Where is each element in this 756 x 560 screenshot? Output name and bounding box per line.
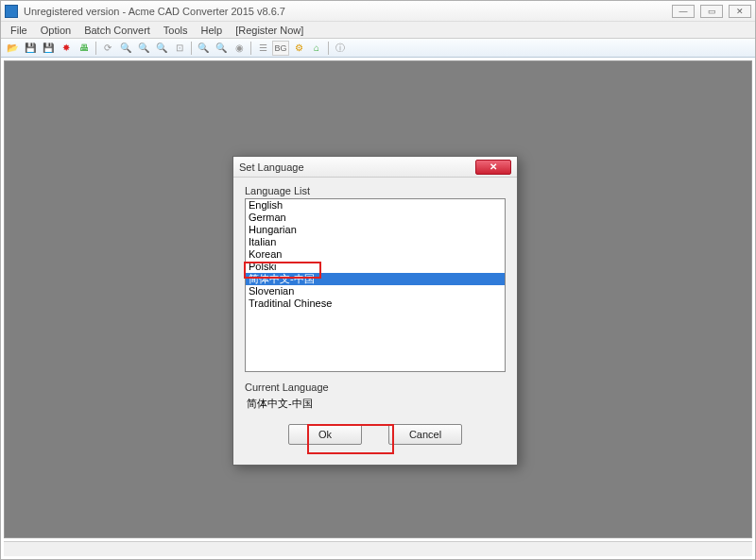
menu-register[interactable]: [Register Now]: [230, 24, 309, 37]
dialog-title: Set Language: [239, 161, 475, 173]
language-list-label: Language List: [245, 185, 506, 196]
zoom-fit-icon[interactable]: 🔍: [153, 41, 170, 56]
home-icon[interactable]: ⌂: [308, 41, 325, 56]
menu-option[interactable]: Option: [35, 24, 77, 37]
menu-tools[interactable]: Tools: [158, 24, 194, 37]
current-language-value: 简体中文-中国: [245, 397, 506, 411]
language-option[interactable]: English: [246, 199, 505, 212]
menu-file[interactable]: File: [5, 24, 33, 37]
menubar: File Option Batch Convert Tools Help [Re…: [1, 22, 755, 39]
zoom-window-icon[interactable]: ⊡: [171, 41, 188, 56]
language-option[interactable]: German: [246, 212, 505, 224]
refresh-icon[interactable]: ⟳: [99, 41, 116, 56]
language-option[interactable]: Slovenian: [246, 285, 505, 297]
separator: [328, 42, 329, 55]
current-language-label: Current Language: [245, 382, 506, 393]
close-button[interactable]: ✕: [729, 5, 751, 18]
menu-help[interactable]: Help: [196, 24, 229, 37]
language-option[interactable]: Traditinal Chinese: [246, 297, 505, 310]
toolbar: 📂 💾 💾 ✸ 🖶 ⟳ 🔍 🔍 🔍 ⊡ 🔍 🔍 ◉ ☰ BG ⚙ ⌂ ⓘ: [1, 39, 755, 58]
language-option[interactable]: Korean: [246, 248, 505, 261]
save-icon[interactable]: 💾: [22, 41, 39, 56]
view-icon[interactable]: ◉: [231, 41, 248, 56]
zoom-out-icon[interactable]: 🔍: [135, 41, 152, 56]
language-listbox[interactable]: EnglishGermanHungarianItalianKoreanPolsk…: [245, 198, 506, 372]
language-option[interactable]: Italian: [246, 236, 505, 248]
settings-icon[interactable]: ⚙: [290, 41, 307, 56]
separator: [191, 42, 192, 55]
titlebar: Unregistered version - Acme CAD Converte…: [1, 1, 755, 22]
app-icon: [5, 5, 18, 18]
zoom-in-icon[interactable]: 🔍: [117, 41, 134, 56]
language-option[interactable]: Polski: [246, 261, 505, 273]
save-all-icon[interactable]: 💾: [40, 41, 57, 56]
pan-icon[interactable]: 🔍: [195, 41, 212, 56]
minimize-button[interactable]: —: [672, 5, 695, 18]
language-option[interactable]: Hungarian: [246, 224, 505, 236]
separator: [95, 42, 96, 55]
rotate-icon[interactable]: 🔍: [213, 41, 230, 56]
statusbar: [4, 541, 752, 556]
window-title: Unregistered version - Acme CAD Converte…: [24, 6, 672, 17]
background-button[interactable]: BG: [272, 41, 289, 56]
print-icon[interactable]: 🖶: [76, 41, 93, 56]
info-icon[interactable]: ⓘ: [332, 41, 349, 56]
open-icon[interactable]: 📂: [4, 41, 21, 56]
language-option[interactable]: 简体中文-中国: [246, 273, 505, 285]
dialog-titlebar: Set Language ✕: [233, 157, 517, 178]
separator: [250, 42, 251, 55]
set-language-dialog: Set Language ✕ Language List EnglishGerm…: [232, 156, 518, 466]
dialog-close-button[interactable]: ✕: [475, 160, 511, 175]
ok-button[interactable]: Ok: [288, 424, 362, 445]
batch-icon[interactable]: ✸: [58, 41, 75, 56]
menu-batch-convert[interactable]: Batch Convert: [78, 24, 156, 37]
layers-icon[interactable]: ☰: [254, 41, 271, 56]
maximize-button[interactable]: ▭: [700, 5, 723, 18]
cancel-button[interactable]: Cancel: [388, 424, 462, 445]
